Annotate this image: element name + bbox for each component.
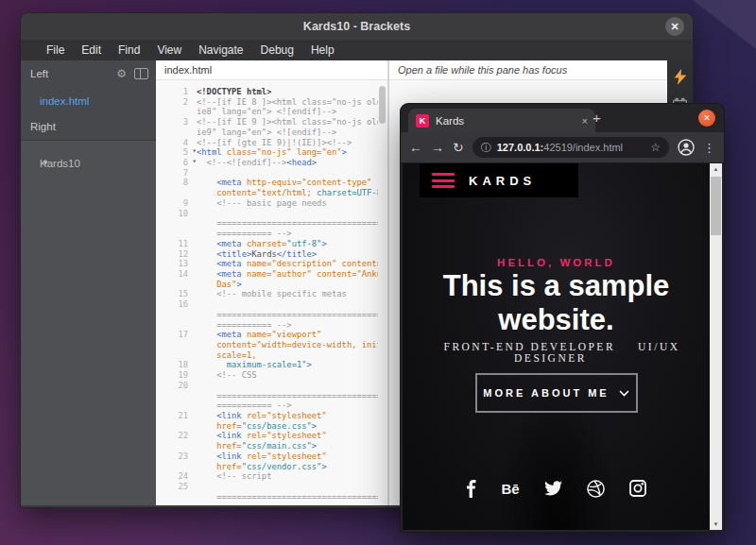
code-row: 22 <link rel="stylesheet": [156, 431, 387, 441]
code-text[interactable]: =========== -->: [197, 400, 292, 411]
editor-scrollbar[interactable]: [378, 80, 387, 505]
close-window-button[interactable]: ✕: [665, 17, 684, 36]
menu-bar: FileEditFindViewNavigateDebugHelp: [21, 40, 693, 60]
back-button[interactable]: ←: [409, 141, 422, 154]
code-row: 20: [156, 381, 387, 391]
code-text[interactable]: <!DOCTYPE html>: [197, 87, 271, 97]
code-text[interactable]: <!--[if IE 9 ]><html class="no-js oldie: [197, 117, 387, 128]
sidebar-item-index-html[interactable]: index.html: [40, 95, 89, 107]
line-number: [156, 188, 197, 198]
code-row: 4<!--[if (gte IE 9)|!(IE)]><!-->: [156, 138, 387, 148]
menu-item-debug[interactable]: Debug: [252, 43, 302, 57]
page-scrollbar[interactable]: ▲ ▼: [710, 163, 722, 530]
line-number: 15: [156, 289, 197, 299]
editor-tab[interactable]: index.html: [156, 60, 387, 80]
line-number: 4: [156, 138, 197, 148]
code-text[interactable]: content="text/html; charset=UTF-8">: [197, 188, 387, 198]
code-row: 23 <link rel="stylesheet": [156, 451, 387, 462]
fold-arrow-icon[interactable]: ▾: [192, 157, 197, 167]
code-text[interactable]: ========================================…: [197, 218, 387, 229]
menu-item-file[interactable]: File: [38, 43, 73, 57]
code-text[interactable]: <!-- script: [197, 471, 271, 482]
code-text[interactable]: <title>Kards</title>: [197, 249, 317, 260]
brackets-title-bar[interactable]: Kards10 - Brackets ✕: [21, 13, 693, 40]
instagram-icon[interactable]: [629, 479, 646, 498]
code-text[interactable]: <meta charset="utf-8">: [197, 239, 327, 249]
forward-button[interactable]: →: [431, 141, 444, 154]
url-bar[interactable]: ⓘ 127.0.0.1:42519/index.html ☆: [472, 137, 669, 158]
code-text[interactable]: <!--- basic page needs: [197, 198, 327, 209]
code-text[interactable]: <link rel="stylesheet": [197, 411, 327, 421]
code-row: 24 <!-- script: [156, 471, 387, 482]
site-logo[interactable]: KARDS: [420, 163, 578, 197]
split-view-icon[interactable]: [134, 68, 148, 79]
project-header[interactable]: Kards10▾: [21, 140, 156, 505]
browser-menu-icon[interactable]: ⋮: [703, 141, 715, 155]
code-text[interactable]: =========== -->: [197, 320, 292, 331]
code-text[interactable]: Das">: [197, 280, 242, 290]
code-text[interactable]: <html class="no-js" lang="en">: [197, 147, 347, 158]
browser-tab[interactable]: K Kards ×: [408, 109, 595, 132]
code-text[interactable]: ========================================…: [197, 310, 387, 320]
code-text[interactable]: <meta name="viewport": [197, 330, 321, 340]
live-preview-icon[interactable]: [674, 69, 687, 85]
scrollbar-thumb[interactable]: [379, 86, 386, 124]
code-text[interactable]: <meta name="description" content="">: [197, 259, 387, 269]
code-text[interactable]: <meta http-equiv="content-type": [197, 178, 371, 188]
menu-item-find[interactable]: Find: [110, 43, 148, 57]
close-tab-icon[interactable]: ×: [582, 115, 588, 127]
menu-item-navigate[interactable]: Navigate: [190, 43, 251, 57]
close-browser-button[interactable]: ✕: [698, 110, 715, 127]
behance-icon[interactable]: Bē: [501, 479, 519, 498]
bookmark-star-icon[interactable]: ☆: [650, 141, 661, 154]
code-row: ========================================…: [156, 310, 387, 320]
gear-icon[interactable]: ⚙: [116, 67, 127, 80]
code-text[interactable]: <meta name="author" content="Ankush: [197, 269, 387, 280]
url-text[interactable]: 127.0.0.1:42519/index.html: [497, 142, 645, 153]
browser-content: KARDS HELLO, WORLD This is a sample webs…: [403, 163, 722, 530]
code-text[interactable]: scale=1,: [197, 350, 257, 361]
scrollbar-thumb[interactable]: [711, 177, 721, 235]
new-tab-button[interactable]: +: [593, 110, 601, 126]
menu-item-view[interactable]: View: [148, 43, 190, 57]
more-about-me-button[interactable]: MORE ABOUT ME: [475, 373, 638, 413]
profile-avatar-icon[interactable]: [678, 139, 695, 156]
hamburger-menu-icon[interactable]: [432, 170, 455, 192]
line-number: 5▾: [156, 147, 197, 158]
dribbble-icon[interactable]: [587, 479, 605, 498]
code-row: href="css/base.css">: [156, 421, 387, 432]
scroll-up-icon[interactable]: ▲: [710, 166, 722, 172]
subtitle: FRONT-END DEVELOPERUI/UX DESIGNER: [403, 341, 710, 364]
code-row: ========================================…: [156, 492, 387, 502]
menu-item-edit[interactable]: Edit: [73, 43, 110, 57]
code-text[interactable]: <!--[if IE 8 ]><html class="no-js oldie: [197, 97, 387, 108]
site-info-icon[interactable]: ⓘ: [481, 141, 491, 155]
line-number: 17: [156, 330, 197, 340]
code-text[interactable]: <!-- CSS: [197, 370, 257, 381]
fold-arrow-icon[interactable]: ▾: [192, 146, 197, 157]
code-text[interactable]: <link rel="stylesheet": [197, 431, 327, 441]
scroll-down-icon[interactable]: ▼: [710, 521, 722, 527]
code-text[interactable]: ========================================…: [197, 391, 387, 401]
code-text[interactable]: ========================================…: [197, 492, 387, 502]
code-text[interactable]: href="css/vendor.css">: [197, 462, 327, 472]
code-text[interactable]: href="css/base.css">: [197, 421, 317, 432]
code-text[interactable]: ie9" lang="en"> <![endif]-->: [197, 128, 336, 138]
code-text[interactable]: href="css/main.css">: [197, 441, 317, 451]
code-text[interactable]: <!-- mobile specific metas: [197, 289, 347, 299]
code-text[interactable]: maximum-scale=1">: [197, 360, 312, 370]
line-number: [156, 421, 197, 432]
twitter-icon[interactable]: [544, 479, 562, 498]
reload-button[interactable]: ↻: [453, 141, 464, 154]
code-row: ie8" lang="en"> <![endif]-->: [156, 107, 387, 117]
code-text[interactable]: content="width=device-width, initial-: [197, 340, 387, 350]
line-number: 6▾: [156, 158, 197, 168]
code-text[interactable]: <link rel="stylesheet": [197, 451, 327, 462]
line-number: [156, 107, 197, 117]
code-text[interactable]: ie8" lang="en"> <![endif]-->: [197, 107, 336, 117]
code-text[interactable]: <!--<![endif]--><head>: [197, 158, 317, 168]
facebook-icon[interactable]: [466, 479, 476, 498]
menu-item-help[interactable]: Help: [302, 43, 343, 57]
code-text[interactable]: =========== -->: [197, 229, 292, 239]
code-text[interactable]: <!--[if (gte IE 9)|!(IE)]><!-->: [197, 138, 352, 148]
